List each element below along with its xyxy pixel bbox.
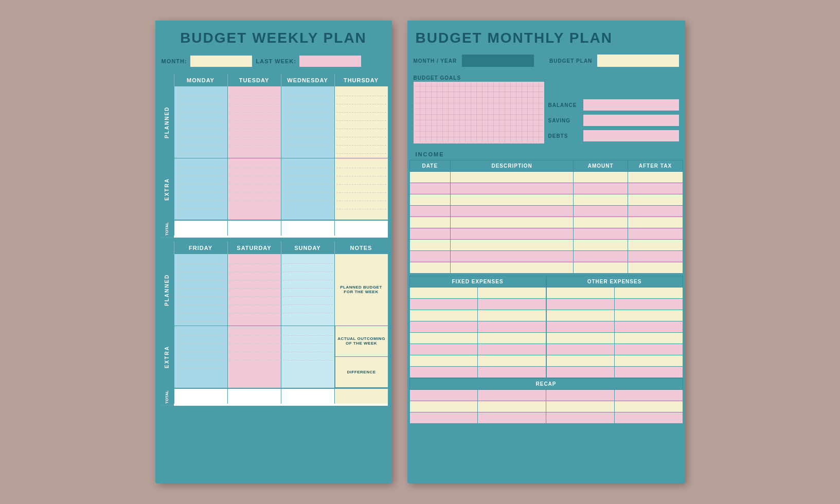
desc-cell[interactable] xyxy=(451,172,574,183)
desc-cell[interactable] xyxy=(451,217,574,228)
sunday-extra[interactable] xyxy=(281,326,334,388)
desc-cell[interactable] xyxy=(451,206,574,217)
total-row-1: TOTAL xyxy=(159,220,388,238)
month-label: MONTH: xyxy=(162,58,187,64)
after-tax-cell[interactable] xyxy=(628,183,683,194)
budget-goals-label: BUDGET GOALS xyxy=(414,73,544,82)
date-cell[interactable] xyxy=(409,206,451,217)
monday-total[interactable] xyxy=(174,220,227,236)
table-row xyxy=(409,390,683,401)
saturday-extra[interactable] xyxy=(227,326,281,388)
difference-label: DIFFERENCE xyxy=(347,370,376,374)
amount-cell[interactable] xyxy=(574,240,628,251)
friday-planned[interactable] xyxy=(174,254,227,326)
date-col-header: DATE xyxy=(409,160,451,172)
amount-cell[interactable] xyxy=(574,251,628,262)
monday-extra[interactable] xyxy=(174,158,227,220)
desc-cell[interactable] xyxy=(451,262,574,274)
amount-cell[interactable] xyxy=(574,172,628,183)
table-row xyxy=(409,344,546,355)
desc-cell[interactable] xyxy=(451,251,574,262)
planned-label-2: PLANNED xyxy=(159,254,174,326)
monthly-plan: BUDGET MONTHLY PLAN MONTH / YEAR BUDGET … xyxy=(407,21,685,483)
thursday-total[interactable] xyxy=(334,220,388,236)
month-input[interactable] xyxy=(190,56,252,67)
monday-header: MONDAY xyxy=(174,74,227,86)
desc-cell[interactable] xyxy=(451,228,574,240)
extra-label-2: EXTRA xyxy=(159,326,174,388)
income-table: DATE DESCRIPTION AMOUNT AFTER TAX xyxy=(409,160,683,274)
notes-total xyxy=(334,388,388,404)
notes-actual[interactable]: ACTUAL OUTCOMING OF THE WEEK xyxy=(335,326,388,357)
recap-table: RECAP xyxy=(409,378,683,424)
last-week-input[interactable] xyxy=(299,56,361,67)
after-tax-cell[interactable] xyxy=(628,240,683,251)
after-tax-cell[interactable] xyxy=(628,251,683,262)
date-cell[interactable] xyxy=(409,240,451,251)
amount-cell[interactable] xyxy=(574,183,628,194)
after-tax-cell[interactable] xyxy=(628,262,683,274)
monday-planned[interactable] xyxy=(174,86,227,158)
notes-difference[interactable]: DIFFERENCE xyxy=(335,357,388,388)
table-row xyxy=(409,299,546,310)
notes-planned-budget[interactable]: PLANNED BUDGET FOR THE WEEK xyxy=(334,254,388,326)
tuesday-total[interactable] xyxy=(227,220,281,236)
budget-plan-input[interactable] xyxy=(597,55,678,67)
after-tax-cell[interactable] xyxy=(628,217,683,228)
table-row xyxy=(409,228,683,240)
saturday-header: SATURDAY xyxy=(227,242,281,254)
debts-input[interactable] xyxy=(583,130,679,141)
wednesday-total[interactable] xyxy=(281,220,334,236)
fixed-expenses-tbody xyxy=(409,287,546,378)
after-tax-cell[interactable] xyxy=(628,228,683,240)
friday-header: FRIDAY xyxy=(174,242,227,254)
friday-total[interactable] xyxy=(174,388,227,404)
other-expenses-header: OTHER EXPENSES xyxy=(546,276,683,287)
amount-cell[interactable] xyxy=(574,262,628,274)
weekly-meta: MONTH: LAST WEEK: xyxy=(155,51,392,71)
date-cell[interactable] xyxy=(409,262,451,274)
saturday-total[interactable] xyxy=(227,388,281,404)
table-row xyxy=(409,401,683,412)
date-cell[interactable] xyxy=(409,217,451,228)
wednesday-planned[interactable] xyxy=(281,86,334,158)
balance-row: BALANCE xyxy=(548,99,679,111)
after-tax-col-header: AFTER TAX xyxy=(628,160,683,172)
saving-input[interactable] xyxy=(583,115,679,126)
tuesday-planned[interactable] xyxy=(227,86,281,158)
amount-cell[interactable] xyxy=(574,194,628,206)
weekly-title: BUDGET WEEKLY PLAN xyxy=(160,30,387,46)
table-row xyxy=(409,262,683,274)
sunday-planned[interactable] xyxy=(281,254,334,326)
friday-extra[interactable] xyxy=(174,326,227,388)
desc-cell[interactable] xyxy=(451,194,574,206)
saving-row: SAVING xyxy=(548,115,679,126)
amount-cell[interactable] xyxy=(574,206,628,217)
date-cell[interactable] xyxy=(409,194,451,206)
after-tax-cell[interactable] xyxy=(628,172,683,183)
saving-label: SAVING xyxy=(548,118,579,123)
date-cell[interactable] xyxy=(409,251,451,262)
table-row xyxy=(409,194,683,206)
tuesday-extra[interactable] xyxy=(227,158,281,220)
thursday-planned[interactable] xyxy=(334,86,388,158)
date-cell[interactable] xyxy=(409,228,451,240)
after-tax-cell[interactable] xyxy=(628,194,683,206)
date-cell[interactable] xyxy=(409,172,451,183)
month-year-input[interactable] xyxy=(462,55,534,67)
desc-cell[interactable] xyxy=(451,183,574,194)
week-section-2: FRIDAY SATURDAY SUNDAY NOTES PLANNED xyxy=(157,241,390,407)
balance-input[interactable] xyxy=(583,99,679,111)
amount-cell[interactable] xyxy=(574,228,628,240)
date-cell[interactable] xyxy=(409,183,451,194)
after-tax-cell[interactable] xyxy=(628,206,683,217)
goals-dot-grid[interactable] xyxy=(414,82,544,143)
amount-cell[interactable] xyxy=(574,217,628,228)
monthly-title: BUDGET MONTHLY PLAN xyxy=(416,30,677,46)
desc-cell[interactable] xyxy=(451,240,574,251)
thursday-extra[interactable] xyxy=(334,158,388,220)
saturday-planned[interactable] xyxy=(227,254,281,326)
table-row xyxy=(409,172,683,183)
sunday-total[interactable] xyxy=(281,388,334,404)
wednesday-extra[interactable] xyxy=(281,158,334,220)
